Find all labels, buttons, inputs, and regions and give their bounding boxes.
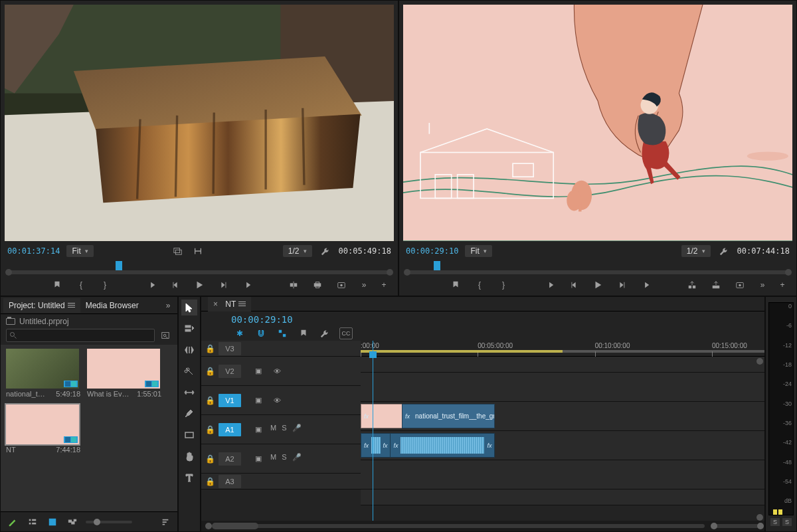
icon-view-icon[interactable] [46,516,59,528]
source-patch-icon[interactable]: ▣ [252,424,265,436]
razor-tool-icon[interactable] [181,363,197,379]
plus-icon[interactable]: + [775,278,790,292]
source-patch-icon[interactable]: ▣ [252,453,265,465]
source-timecode[interactable]: 00:01:37:14 [7,247,60,255]
audio-clip[interactable]: fxfx [361,433,391,458]
ripple-edit-icon[interactable] [181,342,197,358]
hamburger-icon[interactable] [238,302,246,307]
plus-icon[interactable]: + [377,278,391,292]
bin-item[interactable]: NT7:44:18 [6,404,80,454]
wrench-icon[interactable] [319,245,332,257]
safe-margins-icon[interactable] [171,245,185,257]
step-fwd-icon[interactable] [216,278,230,292]
marker-icon[interactable] [297,327,310,339]
marker-icon[interactable] [448,278,463,292]
tab-project[interactable]: Project: Untitled [3,298,80,313]
export-frame-icon[interactable] [334,278,349,292]
audio-clip[interactable]: fxfx [390,433,495,458]
insert-icon[interactable] [286,278,301,292]
track-v3-header[interactable]: 🔒V3 [201,341,361,357]
timeline-timecode[interactable]: 00:00:29:10 [201,311,764,325]
tab-sequence[interactable]: × NT [208,297,251,311]
step-back-icon[interactable] [168,278,183,292]
audio-meter[interactable]: 0-6-12-18-24-30-36-42-48-54dB [768,302,794,515]
zoom-out-handle[interactable] [205,523,212,529]
track-select-icon[interactable] [181,321,197,337]
track-a1-header[interactable]: 🔒A1 ▣MS🎤 [201,415,361,444]
track-a3[interactable] [361,489,764,505]
lock-icon[interactable]: 🔒 [205,396,213,405]
lock-icon[interactable]: 🔒 [205,344,213,353]
track-a2[interactable] [361,460,764,489]
timeline-playhead[interactable] [373,341,373,521]
source-patch-icon[interactable]: ▣ [252,365,265,377]
vertical-scroll[interactable] [756,358,763,521]
freeform-view-icon[interactable] [66,516,79,528]
program-preview[interactable] [403,5,792,241]
go-out-icon[interactable] [240,278,254,292]
track-area[interactable]: :00:0000:05:00:0000:10:00:0000:15:00:00 … [361,341,764,521]
type-tool-icon[interactable] [181,470,197,486]
voice-icon[interactable]: 🎤 [292,424,302,436]
snap-icon[interactable] [254,327,268,339]
track-v3[interactable] [361,357,764,373]
source-patch-icon[interactable]: ▣ [252,395,265,406]
zoom-bar[interactable] [714,524,760,528]
export-frame-icon[interactable] [733,278,747,292]
timeline-hscroll[interactable] [201,521,764,531]
eye-icon[interactable]: 👁 [270,395,284,406]
play-icon[interactable] [590,278,605,292]
solo-right[interactable]: S [782,518,792,526]
linked-selection-icon[interactable] [276,327,289,339]
overwrite-icon[interactable] [310,278,325,292]
out-bracket-icon[interactable]: } [98,278,112,292]
slip-tool-icon[interactable] [181,385,197,400]
bin-item[interactable]: national_t…5:49:18 [6,349,80,398]
program-res-dropdown[interactable]: 1/2▾ [681,245,711,257]
lock-icon[interactable]: 🔒 [205,477,213,486]
track-a1[interactable]: fxfxfxfx [361,431,764,460]
program-timecode[interactable]: 00:00:29:10 [406,247,458,255]
pen-tool-icon[interactable] [181,406,197,422]
breadcrumb[interactable]: Untitled.prproj [6,317,172,326]
go-in-icon[interactable] [144,278,159,292]
lock-icon[interactable]: 🔒 [205,425,213,434]
out-bracket-icon[interactable]: } [496,278,511,292]
search-input[interactable] [6,329,155,342]
in-out-range[interactable] [361,350,563,353]
solo-button[interactable]: S [282,424,286,436]
sort-icon[interactable] [159,516,172,528]
more-icon[interactable]: » [357,278,371,292]
selection-tool-icon[interactable] [181,300,197,315]
voice-icon[interactable]: 🎤 [292,453,302,465]
track-v1[interactable]: fxfxnational_trust_film__the_gr…fx [361,402,764,431]
tab-media-browser[interactable]: Media Browser [80,298,144,313]
lift-icon[interactable] [685,278,699,292]
track-v1-header[interactable]: 🔒V1 ▣👁 [201,386,361,415]
solo-button[interactable]: S [282,453,286,465]
in-bracket-icon[interactable]: { [74,278,88,292]
bin-item[interactable]: What is Ev…1:55:01 [87,349,161,398]
program-fit-dropdown[interactable]: Fit▾ [465,245,491,257]
more-icon[interactable]: » [161,300,175,311]
hand-tool-icon[interactable] [181,448,197,464]
new-item-icon[interactable] [6,516,19,528]
in-out-icon[interactable] [191,245,205,257]
in-bracket-icon[interactable]: { [472,278,487,292]
mute-button[interactable]: M [270,453,276,465]
wrench-icon[interactable] [717,245,731,257]
eye-icon[interactable]: 👁 [270,365,284,377]
nest-icon[interactable]: ✱ [233,327,246,339]
track-v2[interactable] [361,373,764,402]
list-view-icon[interactable] [26,516,39,528]
find-icon[interactable] [159,329,172,341]
marker-icon[interactable] [50,278,64,292]
source-fit-dropdown[interactable]: Fit▾ [66,245,93,257]
source-preview[interactable] [5,5,394,241]
track-v2-header[interactable]: 🔒V2 ▣👁 [201,357,361,386]
thumb-size-slider[interactable] [86,521,132,523]
play-icon[interactable] [192,278,207,292]
track-a3-header[interactable]: 🔒A3 [201,474,361,489]
video-clip[interactable]: fxnational_trust_film__the_gr…fx [402,404,495,428]
source-ruler[interactable] [9,261,390,274]
